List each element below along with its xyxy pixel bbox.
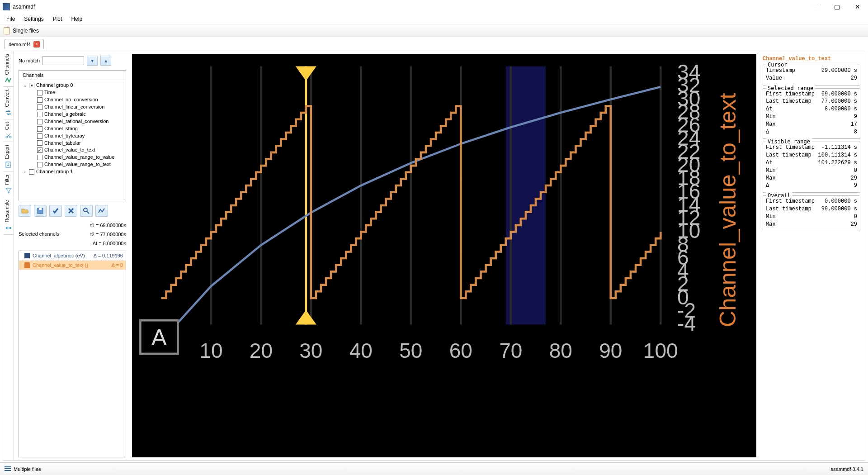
checkbox[interactable] <box>37 104 42 110</box>
tree-item[interactable]: Channel_no_conversion <box>23 96 124 104</box>
svg-text:90: 90 <box>599 339 622 362</box>
file-tab[interactable]: demo.mf4 × <box>5 39 44 49</box>
checkbox[interactable] <box>37 126 42 132</box>
mode-label[interactable]: Single files <box>13 28 39 34</box>
tree-item[interactable]: Channel_value_to_text <box>23 147 124 154</box>
tree-toolbar <box>19 205 126 217</box>
menubar: File Settings Plot Help <box>0 14 868 24</box>
svg-text:70: 70 <box>499 339 522 362</box>
uncheck-all-button[interactable] <box>65 205 77 217</box>
maximize-button[interactable]: ▢ <box>826 0 847 14</box>
search-input[interactable] <box>42 56 84 65</box>
plot-canvas[interactable]: 102030405060708090100-4-2024681012141618… <box>132 54 756 366</box>
search-row: No match ▼ ▲ <box>19 56 126 66</box>
checkbox[interactable] <box>29 83 34 88</box>
stats-row: Max17 <box>766 121 857 128</box>
channel-tree[interactable]: Channels ⌄Channel group 0TimeChannel_no_… <box>19 70 126 201</box>
stats-row: Max29 <box>766 175 857 182</box>
open-button[interactable] <box>19 205 31 217</box>
statusbar-mode[interactable]: Multiple files <box>14 466 41 472</box>
minimize-button[interactable]: ─ <box>806 0 826 14</box>
stats-cursor: Cursor Timestamp29.000000 sValue29 <box>763 65 860 86</box>
selected-channel-row[interactable]: Channel_algebraic (eV)Δ = 0.119196 <box>19 251 126 261</box>
search-next-button[interactable]: ▼ <box>87 56 98 66</box>
checkbox[interactable] <box>37 97 42 103</box>
color-swatch <box>24 262 30 268</box>
app-icon <box>3 3 10 10</box>
plot-panel[interactable]: 102030405060708090100-4-2024681012141618… <box>132 54 756 457</box>
save-button[interactable] <box>34 205 47 217</box>
export-icon <box>5 161 12 168</box>
vtab-filter[interactable]: Filter <box>3 171 14 197</box>
file-tabstrip: demo.mf4 × <box>0 37 868 49</box>
tree-group[interactable]: ›Channel group 1 <box>23 168 124 176</box>
tree-item[interactable]: Channel_value_range_to_text <box>23 161 124 168</box>
search-prev-button[interactable]: ▲ <box>100 56 111 66</box>
svg-rect-6 <box>39 208 42 210</box>
svg-point-3 <box>6 227 8 229</box>
list-icon <box>5 466 11 472</box>
selected-channel-list[interactable]: Channel_algebraic (eV)Δ = 0.119196Channe… <box>19 251 126 457</box>
check-all-button[interactable] <box>49 205 62 217</box>
titlebar: asammdf ─ ▢ ✕ <box>0 0 868 14</box>
vtab-convert[interactable]: Convert <box>3 87 14 119</box>
vertical-tabs: Channels Convert Cut Export Filter Resam… <box>3 51 14 460</box>
left-panel: No match ▼ ▲ Channels ⌄Channel group 0Ti… <box>14 51 130 460</box>
t1-label: t1 = 69.000000s <box>90 221 126 230</box>
svg-marker-51 <box>296 66 316 81</box>
vtab-export[interactable]: Export <box>3 142 14 171</box>
svg-point-7 <box>84 208 87 212</box>
stats-overall: Overall First timestamp0.000000 sLast ti… <box>763 195 860 231</box>
tree-item[interactable]: Channel_tabular <box>23 140 124 147</box>
channels-icon <box>5 76 12 84</box>
stats-row: Last timestamp99.000000 s <box>766 205 857 213</box>
stats-row: Min0 <box>766 213 857 221</box>
checkbox[interactable] <box>37 112 42 117</box>
close-button[interactable]: ✕ <box>847 0 868 14</box>
menu-plot[interactable]: Plot <box>48 14 67 24</box>
checkbox[interactable] <box>29 169 34 175</box>
stats-row: First timestamp-1.111314 s <box>766 144 857 152</box>
menu-help[interactable]: Help <box>66 14 87 24</box>
checkbox[interactable] <box>37 90 42 95</box>
stats-row: First timestamp69.000000 s <box>766 90 857 98</box>
svg-text:30: 30 <box>299 339 322 362</box>
checkbox[interactable] <box>37 119 42 124</box>
stats-row: Last timestamp100.111314 s <box>766 152 857 159</box>
statusbar: Multiple files asammdf 3.4.1 <box>0 462 868 475</box>
tree-item[interactable]: Channel_value_range_to_value <box>23 154 124 161</box>
checkbox[interactable] <box>37 147 42 153</box>
tree-item[interactable]: Channel_algebraic <box>23 111 124 118</box>
stats-row: First timestamp0.000000 s <box>766 198 857 205</box>
channel-name: Channel_algebraic (eV) <box>33 253 85 258</box>
checkbox[interactable] <box>37 133 42 139</box>
dt-label: Δt = 8.000000s <box>90 239 126 248</box>
stats-row: Min9 <box>766 113 857 121</box>
checkbox[interactable] <box>37 155 42 160</box>
filter-icon <box>5 187 12 194</box>
vtab-channels[interactable]: Channels <box>3 51 14 87</box>
vtab-cut[interactable]: Cut <box>3 119 14 142</box>
stats-row: Δ8 <box>766 128 857 136</box>
selected-channel-row[interactable]: Channel_value_to_text ()Δ = 8 <box>19 261 126 270</box>
tree-group[interactable]: ⌄Channel group 0 <box>23 82 124 89</box>
menu-settings[interactable]: Settings <box>19 14 48 24</box>
vtab-resample[interactable]: Resample <box>3 197 14 235</box>
tree-item[interactable]: Channel_string <box>23 125 124 133</box>
menu-file[interactable]: File <box>2 14 19 24</box>
stats-row: Max29 <box>766 221 857 228</box>
stats-row: Δt101.222629 s <box>766 159 857 167</box>
tree-item[interactable]: Time <box>23 89 124 96</box>
color-swatch <box>24 253 30 258</box>
tree-item[interactable]: Channel_linear_conversion <box>23 104 124 111</box>
svg-text:80: 80 <box>549 339 572 362</box>
zoom-button[interactable] <box>80 205 93 217</box>
svg-text:10: 10 <box>199 339 222 362</box>
checkbox[interactable] <box>37 140 42 146</box>
tree-item[interactable]: Channel_bytearay <box>23 133 124 140</box>
close-icon[interactable]: × <box>33 41 40 48</box>
checkbox[interactable] <box>37 162 42 167</box>
tree-item[interactable]: Channel_rational_conversion <box>23 118 124 125</box>
plot-button[interactable] <box>95 205 108 217</box>
stats-row: Δt8.000000 s <box>766 105 857 113</box>
